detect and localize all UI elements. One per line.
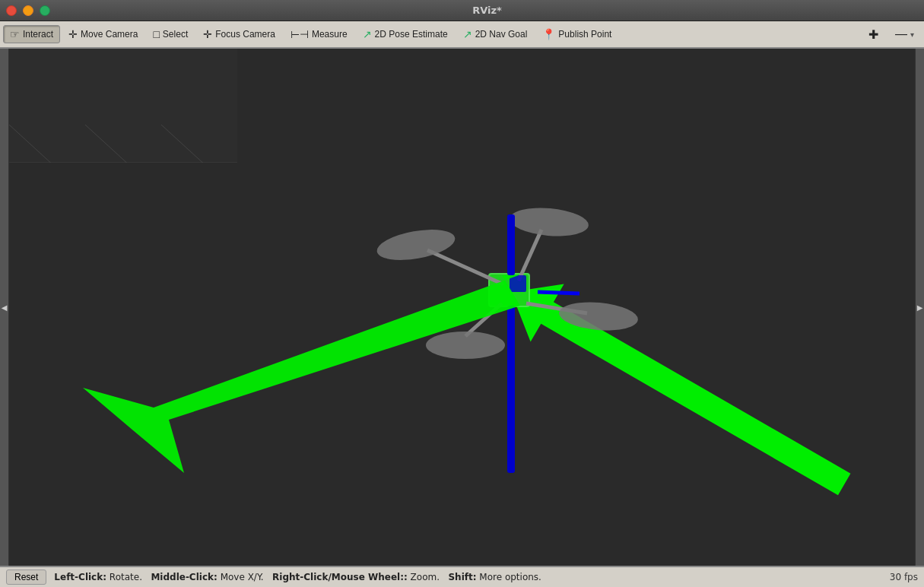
minimize-button[interactable] bbox=[23, 5, 33, 16]
svg-line-27 bbox=[427, 250, 503, 284]
move-camera-tool[interactable]: ✛ Move Camera bbox=[62, 25, 144, 43]
select-icon: □ bbox=[153, 28, 159, 40]
status-text: Left-Click: Rotate. Middle-Click: Move X… bbox=[54, 572, 889, 582]
right-panel-toggle[interactable]: ▶ bbox=[915, 49, 924, 566]
settings-icon: — bbox=[895, 27, 907, 41]
svg-rect-36 bbox=[507, 306, 515, 473]
select-label: Select bbox=[163, 29, 188, 40]
svg-rect-38 bbox=[510, 275, 526, 292]
left-panel-toggle[interactable]: ◀ bbox=[0, 49, 9, 566]
move-camera-label: Move Camera bbox=[81, 29, 138, 40]
svg-point-30 bbox=[509, 205, 590, 240]
fps-counter: 30 fps bbox=[890, 572, 918, 582]
add-icon: ✚ bbox=[868, 27, 878, 42]
focus-camera-icon: ✛ bbox=[203, 28, 212, 40]
svg-rect-35 bbox=[507, 214, 515, 275]
nav-goal-label: 2D Nav Goal bbox=[475, 29, 528, 40]
left-click-value: Rotate. bbox=[110, 572, 148, 582]
interact-label: Interact bbox=[23, 29, 53, 40]
drone-scene bbox=[9, 49, 915, 551]
shift-value: More options. bbox=[479, 572, 541, 582]
shift-label: Shift: bbox=[448, 572, 476, 582]
window-title: RViz* bbox=[56, 5, 918, 16]
close-button[interactable] bbox=[6, 5, 17, 16]
statusbar: Reset Left-Click: Rotate. Middle-Click: … bbox=[0, 566, 924, 587]
move-camera-icon: ✛ bbox=[68, 28, 78, 40]
left-arrow-icon: ◀ bbox=[2, 303, 8, 312]
focus-camera-label: Focus Camera bbox=[215, 29, 275, 40]
focus-camera-tool[interactable]: ✛ Focus Camera bbox=[196, 25, 282, 43]
main-area: ◀ bbox=[0, 49, 924, 566]
nav-goal-tool[interactable]: ↗ 2D Nav Goal bbox=[456, 25, 535, 43]
measure-tool[interactable]: ⊢⊣ Measure bbox=[284, 25, 354, 43]
publish-point-icon: 📍 bbox=[542, 28, 555, 40]
svg-line-37 bbox=[538, 292, 579, 294]
measure-label: Measure bbox=[312, 29, 348, 40]
publish-point-label: Publish Point bbox=[558, 29, 611, 40]
right-arrow-icon: ▶ bbox=[917, 303, 923, 312]
titlebar: RViz* bbox=[0, 0, 924, 21]
3d-viewport[interactable] bbox=[9, 49, 915, 566]
nav-goal-icon: ↗ bbox=[463, 28, 472, 40]
measure-icon: ⊢⊣ bbox=[291, 28, 309, 40]
interact-tool[interactable]: ☞ Interact bbox=[3, 25, 60, 43]
pose-estimate-label: 2D Pose Estimate bbox=[375, 29, 448, 40]
middle-click-label: Middle-Click: bbox=[151, 572, 217, 582]
right-click-label: Right-Click/Mouse Wheel:: bbox=[272, 572, 408, 582]
svg-line-29 bbox=[519, 230, 541, 281]
maximize-button[interactable] bbox=[40, 5, 50, 16]
middle-click-value: Move X/Y. bbox=[221, 572, 270, 582]
interact-icon: ☞ bbox=[10, 28, 20, 40]
svg-marker-24 bbox=[494, 263, 861, 513]
pose-estimate-icon: ↗ bbox=[363, 28, 372, 40]
publish-point-tool[interactable]: 📍 Publish Point bbox=[535, 25, 618, 43]
pose-estimate-tool[interactable]: ↗ 2D Pose Estimate bbox=[356, 25, 455, 43]
svg-point-32 bbox=[426, 332, 505, 359]
reset-button[interactable]: Reset bbox=[6, 570, 46, 585]
svg-line-31 bbox=[465, 303, 502, 336]
dropdown-arrow: ▾ bbox=[910, 30, 914, 39]
select-tool[interactable]: □ Select bbox=[146, 25, 195, 43]
left-click-label: Left-Click: bbox=[54, 572, 106, 582]
toolbar: ☞ Interact ✛ Move Camera □ Select ✛ Focu… bbox=[0, 21, 924, 49]
add-tool-button[interactable]: ✚ bbox=[862, 24, 885, 45]
right-click-value: Zoom. bbox=[411, 572, 446, 582]
settings-button[interactable]: — ▾ bbox=[888, 24, 921, 44]
